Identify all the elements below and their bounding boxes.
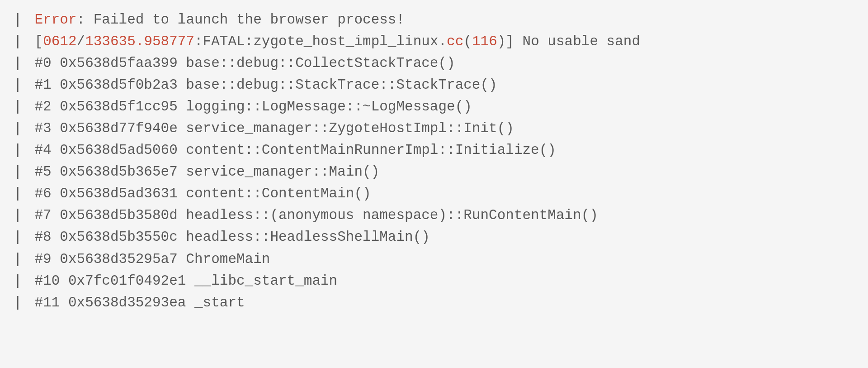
slash: / bbox=[77, 33, 85, 49]
frame-text: #5 0x5638d5b365e7 service_manager::Main(… bbox=[35, 164, 380, 180]
pipe-char: | bbox=[14, 77, 22, 93]
stack-frame-7: | #7 0x5638d5b3580d headless::(anonymous… bbox=[14, 205, 868, 226]
pipe-char: | bbox=[14, 273, 22, 289]
error-sep: : bbox=[77, 12, 94, 28]
pipe-char: | bbox=[14, 229, 22, 245]
log-line-fatal: | [0612/133635.958777:FATAL:zygote_host_… bbox=[14, 31, 868, 53]
frame-text: #1 0x5638d5f0b2a3 base::debug::StackTrac… bbox=[35, 77, 497, 93]
pipe-char: | bbox=[14, 120, 22, 136]
rbracket: ] bbox=[505, 33, 514, 49]
pipe-char: | bbox=[14, 207, 22, 223]
stack-frame-1: | #1 0x5638d5f0b2a3 base::debug::StackTr… bbox=[14, 74, 868, 96]
frame-text: #4 0x5638d5ad5060 content::ContentMainRu… bbox=[35, 142, 556, 158]
frame-text: #0 0x5638d5faa399 base::debug::CollectSt… bbox=[35, 55, 455, 71]
frame-text: #9 0x5638d35295a7 ChromeMain bbox=[35, 251, 270, 267]
stack-frame-11: | #11 0x5638d35293ea _start bbox=[14, 292, 868, 314]
pipe-char: | bbox=[14, 142, 22, 158]
pipe-char: | bbox=[14, 33, 22, 49]
log-line-error: | Error: Failed to launch the browser pr… bbox=[14, 9, 868, 31]
cc-ext: cc bbox=[447, 33, 463, 49]
pipe-char: | bbox=[14, 251, 22, 267]
frame-text: #7 0x5638d5b3580d headless::(anonymous n… bbox=[35, 207, 598, 223]
stack-frame-10: | #10 0x7fc01f0492e1 __libc_start_main bbox=[14, 270, 868, 292]
pipe-char: | bbox=[14, 12, 22, 28]
error-label: Error bbox=[35, 12, 77, 28]
stack-frame-5: | #5 0x5638d5b365e7 service_manager::Mai… bbox=[14, 161, 868, 183]
rparen: ) bbox=[497, 33, 506, 49]
timestamp-2: 133635.958777 bbox=[85, 33, 194, 49]
frame-text: #8 0x5638d5b3550c headless::HeadlessShel… bbox=[35, 229, 430, 245]
fatal-middle: :FATAL:zygote_host_impl_linux. bbox=[194, 33, 447, 49]
pipe-char: | bbox=[14, 295, 22, 311]
pipe-char: | bbox=[14, 99, 22, 115]
pipe-char: | bbox=[14, 186, 22, 201]
stack-frame-9: | #9 0x5638d35295a7 ChromeMain bbox=[14, 249, 868, 270]
line-number: 116 bbox=[472, 33, 497, 49]
stack-frame-6: | #6 0x5638d5ad3631 content::ContentMain… bbox=[14, 183, 868, 205]
error-message: Failed to launch the browser process! bbox=[94, 12, 405, 28]
frame-text: #2 0x5638d5f1cc95 logging::LogMessage::~… bbox=[35, 99, 472, 115]
stack-frame-3: | #3 0x5638d77f940e service_manager::Zyg… bbox=[14, 118, 868, 139]
frame-text: #6 0x5638d5ad3631 content::ContentMain() bbox=[35, 186, 371, 201]
frame-text: #11 0x5638d35293ea _start bbox=[35, 295, 245, 311]
pipe-char: | bbox=[14, 164, 22, 180]
stack-frame-4: | #4 0x5638d5ad5060 content::ContentMain… bbox=[14, 139, 868, 161]
lbracket: [ bbox=[35, 33, 43, 49]
frame-text: #3 0x5638d77f940e service_manager::Zygot… bbox=[35, 120, 514, 136]
stack-frame-2: | #2 0x5638d5f1cc95 logging::LogMessage:… bbox=[14, 96, 868, 118]
stack-frame-0: | #0 0x5638d5faa399 base::debug::Collect… bbox=[14, 53, 868, 74]
stack-frame-8: | #8 0x5638d5b3550c headless::HeadlessSh… bbox=[14, 226, 868, 248]
lparen: ( bbox=[463, 33, 472, 49]
frame-text: #10 0x7fc01f0492e1 __libc_start_main bbox=[35, 273, 338, 289]
pipe-char: | bbox=[14, 55, 22, 71]
fatal-tail: No usable sand bbox=[514, 33, 640, 49]
timestamp-1: 0612 bbox=[43, 33, 76, 49]
